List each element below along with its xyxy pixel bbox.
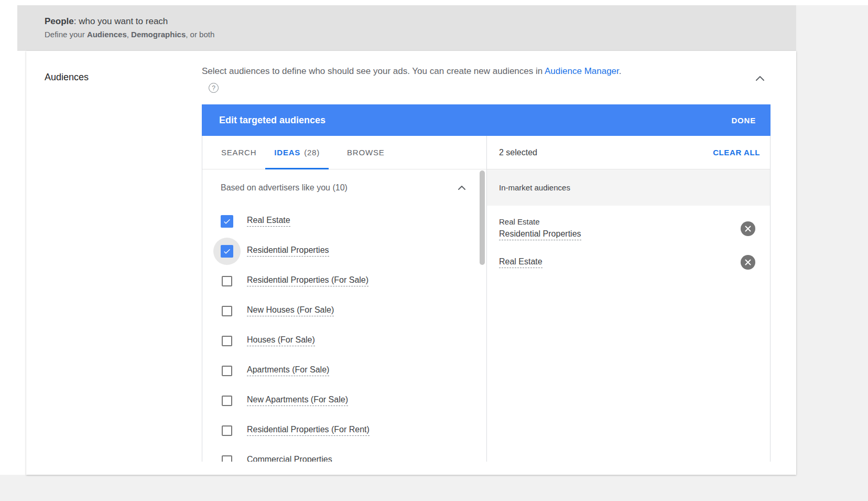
help-icon[interactable]: ?: [209, 83, 219, 93]
people-section-header: People: who you want to reach Define you…: [17, 5, 796, 51]
remove-audience-button[interactable]: [741, 221, 755, 236]
section-subtitle: Define your Audiences, Demographics, or …: [45, 30, 796, 39]
checkmark-icon: [223, 217, 231, 226]
tab-browse[interactable]: BROWSE: [338, 136, 393, 169]
chevron-up-icon: [756, 76, 764, 81]
audience-checkbox-unchecked[interactable]: [222, 366, 232, 376]
remove-x-icon: [745, 226, 751, 232]
checkmark-icon: [223, 247, 231, 255]
selected-list: Real EstateResidential PropertiesReal Es…: [487, 206, 770, 274]
tab-search[interactable]: SEARCH: [212, 136, 265, 169]
description-text: Select audiences to define who should se…: [202, 66, 545, 76]
audience-label[interactable]: Real Estate: [247, 216, 290, 227]
audience-label[interactable]: Commercial Properties: [247, 455, 332, 462]
subtitle-prefix: Define your: [45, 30, 87, 39]
selected-audience-text: Real EstateResidential Properties: [499, 217, 581, 240]
page-background-right: [796, 5, 868, 501]
audience-checkbox-unchecked[interactable]: [222, 396, 232, 406]
checkbox-wrap: [221, 395, 233, 407]
audience-label[interactable]: Houses (For Sale): [247, 335, 315, 346]
selected-audience-name[interactable]: Residential Properties: [499, 229, 581, 240]
audience-row: Apartments (For Sale): [202, 356, 486, 386]
audiences-row-label: Audiences: [45, 72, 89, 83]
audience-row: Houses (For Sale): [202, 326, 486, 356]
audience-checkbox-checked[interactable]: [221, 245, 233, 258]
checkbox-wrap: [221, 245, 233, 258]
audience-row: Real Estate: [202, 206, 486, 236]
audience-checkbox-unchecked[interactable]: [222, 425, 232, 436]
subtitle-demographics: Demographics: [131, 30, 186, 39]
audience-checkbox-unchecked[interactable]: [222, 455, 232, 462]
tab-ideas-count: (28): [304, 148, 320, 157]
description-period: .: [619, 66, 622, 76]
collapse-group-button[interactable]: [458, 186, 465, 190]
section-title-rest: : who you want to reach: [74, 16, 168, 26]
page-background-bottom: [0, 475, 868, 501]
audience-label[interactable]: Residential Properties: [247, 246, 329, 257]
audiences-card: Audiences Select audiences to define who…: [26, 51, 796, 475]
checkbox-wrap: [221, 424, 233, 437]
audience-label[interactable]: Residential Properties (For Rent): [247, 425, 370, 436]
checkbox-wrap: [221, 215, 233, 228]
collapse-section-button[interactable]: [753, 71, 767, 86]
audiences-description: Select audiences to define who should se…: [202, 65, 752, 94]
page: People: who you want to reach Define you…: [0, 0, 868, 501]
audience-manager-link[interactable]: Audience Manager: [545, 66, 619, 76]
selected-audience-text: Real Estate: [499, 257, 542, 268]
suggestion-group-label: Based on advertisers like you (10): [221, 183, 348, 193]
edit-targeted-audiences-panel: Edit targeted audiences DONE SEARCH IDEA…: [202, 104, 771, 462]
suggestion-group-header: Based on advertisers like you (10): [202, 169, 486, 206]
audience-label[interactable]: New Houses (For Sale): [247, 305, 334, 316]
checkbox-wrap: [221, 365, 233, 377]
checkbox-wrap: [221, 275, 233, 287]
checkbox-wrap: [221, 335, 233, 347]
done-button[interactable]: DONE: [731, 116, 756, 125]
audience-list: Real EstateResidential PropertiesResiden…: [202, 206, 486, 462]
selected-count: 2 selected: [499, 148, 537, 157]
checkbox-wrap: [221, 305, 233, 317]
audience-row: Residential Properties (For Rent): [202, 415, 486, 445]
clear-all-button[interactable]: CLEAR ALL: [713, 148, 760, 157]
selection-header: 2 selected CLEAR ALL: [487, 136, 770, 169]
selected-audience-name[interactable]: Real Estate: [499, 257, 542, 268]
editor-header-bar: Edit targeted audiences DONE: [202, 104, 771, 136]
selected-audience: Real Estate: [487, 250, 770, 274]
selected-audience-category: Real Estate: [499, 217, 540, 226]
chevron-up-icon: [458, 186, 465, 190]
tab-browse-label: BROWSE: [347, 148, 384, 157]
remove-audience-button[interactable]: [741, 255, 755, 270]
editor-panels: SEARCH IDEAS (28) BROWSE Based on advert…: [202, 136, 771, 462]
audience-checkbox-unchecked[interactable]: [222, 306, 232, 316]
tab-bar: SEARCH IDEAS (28) BROWSE: [202, 136, 486, 169]
audience-label[interactable]: Apartments (For Sale): [247, 365, 329, 376]
tab-ideas[interactable]: IDEAS (28): [265, 136, 329, 169]
subtitle-separator: ,: [127, 30, 131, 39]
section-title: People: who you want to reach: [45, 16, 796, 27]
tab-search-label: SEARCH: [221, 148, 256, 157]
checkbox-wrap: [221, 454, 233, 462]
audience-checkbox-checked[interactable]: [221, 215, 233, 228]
subtitle-suffix: , or both: [186, 30, 214, 39]
subtitle-audiences: Audiences: [87, 30, 127, 39]
editor-title: Edit targeted audiences: [219, 115, 326, 126]
audience-row: New Houses (For Sale): [202, 296, 486, 326]
audience-label[interactable]: Residential Properties (For Sale): [247, 275, 368, 286]
audience-checkbox-unchecked[interactable]: [222, 336, 232, 346]
section-title-bold: People: [45, 16, 74, 26]
audience-picker-panel: SEARCH IDEAS (28) BROWSE Based on advert…: [202, 136, 487, 462]
in-market-group-header: In-market audiences: [487, 169, 770, 206]
remove-x-icon: [745, 259, 751, 265]
audience-label[interactable]: New Apartments (For Sale): [247, 395, 348, 406]
selected-audience: Real EstateResidential Properties: [487, 212, 770, 245]
audience-row: Commercial Properties: [202, 445, 486, 462]
audience-row: Residential Properties: [202, 236, 486, 266]
selected-audiences-panel: 2 selected CLEAR ALL In-market audiences…: [487, 136, 770, 462]
audience-row: New Apartments (For Sale): [202, 386, 486, 415]
audience-checkbox-unchecked[interactable]: [222, 276, 232, 286]
scrollbar-thumb[interactable]: [480, 170, 485, 265]
tab-ideas-label: IDEAS: [274, 148, 300, 157]
audience-row: Residential Properties (For Sale): [202, 266, 486, 296]
